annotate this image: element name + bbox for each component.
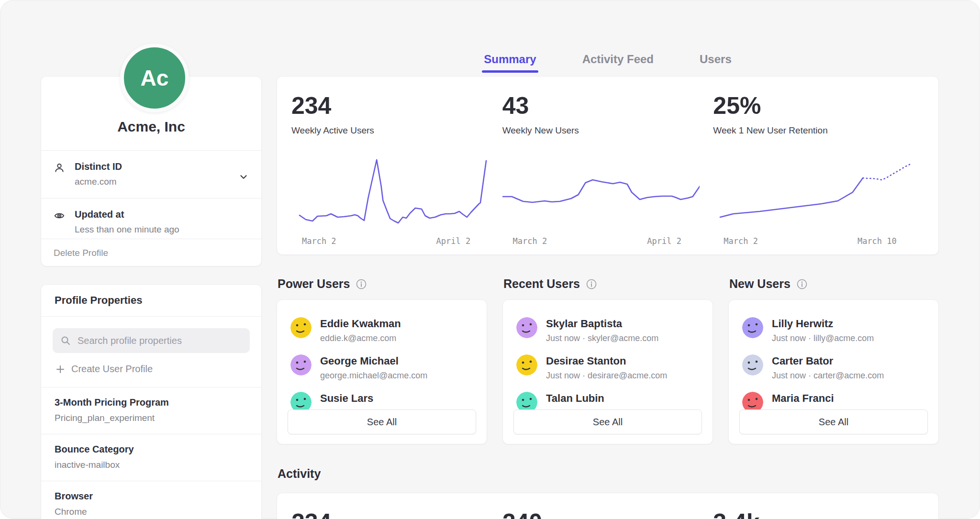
activity-stat: 234	[291, 510, 502, 519]
user-avatar	[742, 317, 763, 338]
user-avatar	[742, 354, 763, 375]
user-name: Talan Lubin	[546, 392, 658, 405]
user-avatar	[516, 317, 537, 338]
new-users-card: Lilly Herwitz Just now · lilly@acme.com …	[728, 299, 939, 444]
distinct-id-label: Distinct ID	[75, 161, 122, 172]
user-name: Skylar Baptista	[546, 318, 658, 330]
stat-weekly-new-users: 43 Weekly New Users March 2 April 2	[502, 94, 713, 254]
tab-activity-feed[interactable]: Activity Feed	[582, 53, 654, 73]
property-value: Pricing_plan_experiment	[55, 413, 248, 423]
user-name: Desirae Stanton	[546, 355, 667, 367]
power-users-card: Eddie Kwakman eddie.k@acme.com George Mi…	[277, 299, 487, 444]
recent-users-card: Skylar Baptista Just now · skyler@acme.c…	[502, 299, 713, 444]
x-axis-tick: March 2	[724, 236, 758, 246]
user-avatar	[290, 317, 312, 338]
x-axis-tick: March 2	[302, 236, 336, 246]
user-meta: Just now · desirare@acme.com	[546, 371, 667, 381]
list-item[interactable]: Lilly Herwitz Just now · lilly@acme.com	[742, 317, 925, 343]
stat-value: 43	[502, 94, 700, 118]
week1-retention-chart	[713, 150, 911, 227]
user-avatar	[290, 354, 312, 375]
distinct-id-row[interactable]: Distinct ID acme.com	[41, 151, 261, 199]
x-axis-tick: March 2	[513, 236, 547, 246]
info-icon[interactable]	[796, 278, 808, 290]
property-row[interactable]: Bounce Category inactive-mailbox	[41, 434, 261, 481]
summary-card: 234 Weekly Active Users March 2 April 2 …	[277, 76, 939, 255]
new-users-title: New Users	[729, 277, 791, 291]
person-icon	[54, 162, 68, 174]
user-profile-page: Ac Acme, Inc Distinct ID acme.com	[0, 0, 980, 519]
updated-at-row: Updated at Less than one minute ago	[41, 199, 261, 239]
stat-week1-retention: 25% Week 1 New User Retention March 2 Ma…	[713, 94, 924, 254]
create-user-profile-label: Create User Profile	[71, 364, 153, 375]
tab-summary[interactable]: Summary	[484, 53, 536, 73]
stat-value: 240	[502, 510, 700, 519]
user-name: Lilly Herwitz	[772, 318, 874, 330]
x-axis-tick: April 2	[647, 236, 681, 246]
new-users-group: New Users	[728, 277, 939, 444]
user-meta: Just now · lilly@acme.com	[772, 333, 874, 343]
activity-card: 234 240 3.4k	[277, 493, 939, 519]
activity-stat: 240	[502, 510, 713, 519]
list-item[interactable]: Carter Bator Just now · carter@acme.com	[742, 354, 925, 381]
updated-at-value: Less than one minute ago	[75, 224, 179, 235]
property-row[interactable]: Browser Chrome	[41, 481, 261, 519]
x-axis: March 2 April 2	[502, 233, 700, 250]
property-value: inactive-mailbox	[55, 460, 248, 470]
list-item[interactable]: Skylar Baptista Just now · skyler@acme.c…	[516, 317, 699, 343]
user-name: Carter Bator	[772, 355, 884, 367]
profile-properties-title: Profile Properties	[41, 285, 261, 317]
info-icon[interactable]	[586, 278, 597, 290]
delete-profile-button[interactable]: Delete Profile	[41, 239, 261, 266]
property-name: Browser	[55, 491, 248, 502]
activity-title: Activity	[277, 467, 939, 481]
stat-label: Weekly New Users	[502, 125, 700, 136]
user-avatar	[516, 354, 537, 375]
user-name: Susie Lars	[320, 392, 393, 405]
updated-at-label: Updated at	[75, 209, 179, 220]
power-users-title: Power Users	[278, 277, 350, 291]
power-users-group: Power Users	[277, 277, 487, 444]
x-axis-tick: April 2	[436, 236, 471, 246]
chevron-down-icon[interactable]	[238, 172, 249, 182]
stat-value: 234	[291, 94, 489, 118]
x-axis-tick: March 10	[858, 236, 897, 246]
property-name: Bounce Category	[55, 444, 248, 455]
user-name: Maria Franci	[772, 392, 887, 405]
stat-value: 3.4k	[713, 510, 911, 519]
see-all-button[interactable]: See All	[513, 409, 702, 434]
see-all-button[interactable]: See All	[739, 409, 928, 434]
user-name: Eddie Kwakman	[320, 318, 401, 330]
search-profile-properties[interactable]	[53, 328, 250, 353]
see-all-button[interactable]: See All	[288, 409, 476, 434]
activity-stat: 3.4k	[713, 510, 924, 519]
create-user-profile-button[interactable]: Create User Profile	[53, 353, 250, 383]
list-item[interactable]: Eddie Kwakman eddie.k@acme.com	[290, 317, 473, 343]
distinct-id-value: acme.com	[75, 177, 122, 187]
user-meta: george.michael@acme.com	[320, 371, 427, 381]
info-icon[interactable]	[356, 278, 367, 290]
tab-users[interactable]: Users	[700, 53, 732, 73]
list-item[interactable]: Desirae Stanton Just now · desirare@acme…	[516, 354, 699, 381]
profile-properties-tools: Create User Profile	[41, 317, 261, 387]
search-input[interactable]	[77, 335, 242, 347]
eye-icon	[54, 210, 68, 221]
stat-label: Week 1 New User Retention	[713, 125, 911, 136]
user-name: George Michael	[320, 355, 427, 367]
profile-properties-card: Profile Properties	[41, 284, 262, 519]
search-icon	[60, 335, 71, 346]
tab-bar: Summary Activity Feed Users	[277, 53, 939, 73]
main-content: Summary Activity Feed Users 234 Weekly A…	[277, 0, 939, 519]
property-value: Chrome	[55, 507, 248, 517]
x-axis: March 2 April 2	[291, 233, 489, 250]
stat-label: Weekly Active Users	[291, 125, 489, 136]
recent-users-title: Recent Users	[503, 277, 580, 291]
user-meta: eddie.k@acme.com	[320, 333, 401, 343]
plus-icon	[56, 364, 65, 374]
stat-weekly-active-users: 234 Weekly Active Users March 2 April 2	[291, 94, 502, 254]
stat-value: 25%	[713, 94, 911, 118]
list-item[interactable]: George Michael george.michael@acme.com	[290, 354, 473, 381]
activity-section: Activity 234 240 3.4k	[277, 467, 939, 519]
property-row[interactable]: 3-Month Pricing Program Pricing_plan_exp…	[41, 387, 261, 434]
user-meta: Just now · skyler@acme.com	[546, 333, 658, 343]
